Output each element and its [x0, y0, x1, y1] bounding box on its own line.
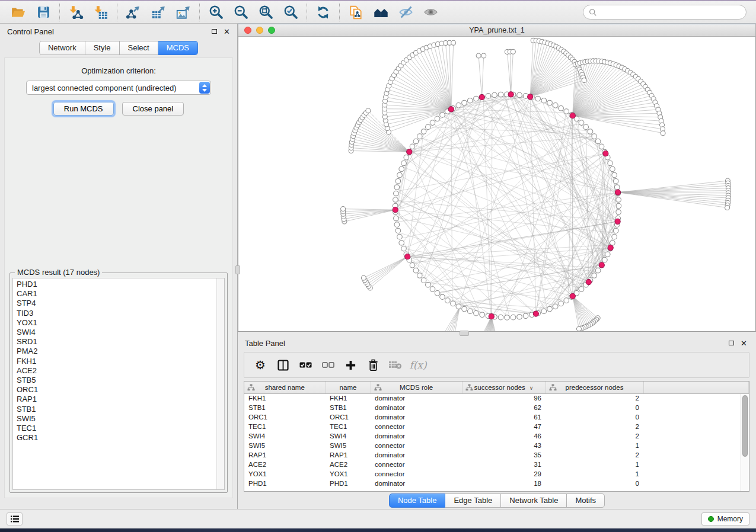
network-graph[interactable]	[238, 37, 755, 331]
mcds-result-item[interactable]: STB5	[17, 376, 224, 385]
mcds-result-item[interactable]: SWI5	[17, 414, 224, 424]
mcds-result-item[interactable]: FKH1	[17, 357, 224, 366]
show-column-button[interactable]	[272, 354, 294, 376]
import-table-icon	[93, 5, 109, 20]
table-row[interactable]: SWI5 SWI5 connector 43 1	[244, 441, 749, 450]
float-panel-icon[interactable]	[212, 29, 217, 34]
hide-selected-button[interactable]	[393, 3, 418, 22]
horizontal-splitter[interactable]	[238, 332, 756, 335]
search-box[interactable]	[583, 5, 747, 20]
tab-mcds[interactable]: MCDS	[158, 41, 198, 55]
mcds-panel-content: Optimization criterion: largest connecte…	[4, 57, 233, 498]
mcds-result-item[interactable]: ORC1	[17, 385, 224, 395]
mcds-result-item[interactable]: STB1	[17, 405, 224, 414]
network-window-titlebar[interactable]: YPA_prune.txt_1	[238, 24, 756, 37]
mcds-result-item[interactable]: GCR1	[17, 433, 224, 443]
close-table-panel-icon[interactable]: ✕	[741, 339, 747, 347]
mcds-result-item[interactable]: YOX1	[17, 318, 224, 328]
task-history-button[interactable]	[7, 512, 23, 525]
import-table-button[interactable]	[88, 3, 113, 22]
table-row[interactable]: FKH1 FKH1 dominator 96 2	[244, 393, 749, 403]
refresh-button[interactable]	[311, 3, 336, 22]
mcds-result-item[interactable]: TID3	[17, 309, 224, 318]
table-row[interactable]: YOX1 YOX1 connector 29 1	[244, 469, 749, 479]
table-row[interactable]: STB1 STB1 dominator 62 0	[244, 403, 749, 412]
network-column-icon	[247, 384, 255, 391]
table-row[interactable]: ACE2 ACE2 connector 31 1	[244, 460, 749, 469]
float-table-panel-icon[interactable]	[729, 341, 734, 345]
column-header-shared-name[interactable]: shared name	[244, 382, 326, 393]
open-file-button[interactable]	[6, 3, 31, 22]
tab-motifs[interactable]: Motifs	[567, 493, 605, 508]
import-network-icon	[68, 5, 84, 20]
mcds-result-item[interactable]: CAR1	[17, 289, 224, 299]
first-neighbors-button[interactable]	[368, 3, 393, 22]
tab-select[interactable]: Select	[120, 41, 158, 55]
column-header-successor-nodes[interactable]: successor nodes∨	[462, 382, 546, 393]
control-panel: Control Panel ✕ Network Style Select MCD…	[0, 24, 238, 509]
table-panel-header: Table Panel ✕	[238, 335, 756, 351]
export-table-button[interactable]	[146, 3, 171, 22]
network-column-icon	[374, 384, 382, 391]
mcds-result-item[interactable]: TEC1	[17, 424, 224, 433]
mcds-result-item[interactable]: SWI4	[17, 328, 224, 337]
tab-style[interactable]: Style	[85, 41, 120, 55]
deselect-all-button[interactable]	[317, 354, 339, 376]
mcds-result-item[interactable]: STP4	[17, 299, 224, 308]
select-all-button[interactable]	[294, 354, 317, 376]
column-header-predecessor-nodes[interactable]: predecessor nodes	[546, 382, 643, 393]
plus-icon	[345, 360, 356, 371]
mcds-list-scrollbar[interactable]	[216, 278, 224, 489]
tab-network-table[interactable]: Network Table	[501, 493, 567, 508]
table-panel: Table Panel ✕ ⚙	[238, 335, 756, 509]
add-column-button[interactable]	[339, 354, 362, 376]
search-input[interactable]	[601, 8, 741, 17]
mcds-result-item[interactable]: PMA2	[17, 347, 224, 356]
memory-button[interactable]: Memory	[701, 512, 749, 525]
control-panel-title: Control Panel	[7, 27, 54, 36]
table-row[interactable]: PHD1 PHD1 dominator 18 0	[244, 479, 749, 488]
import-network-button[interactable]	[63, 3, 88, 22]
vertical-splitter-handle[interactable]	[235, 265, 240, 274]
new-network-from-selection-button[interactable]	[343, 3, 368, 22]
horizontal-splitter-handle[interactable]	[460, 331, 469, 336]
zoom-in-button[interactable]	[203, 3, 228, 22]
table-row[interactable]: SWI4 SWI4 dominator 46 2	[244, 431, 749, 441]
tab-edge-table[interactable]: Edge Table	[445, 493, 501, 508]
delete-table-icon	[388, 360, 403, 370]
save-icon	[36, 5, 51, 20]
zoom-fit-button[interactable]	[253, 3, 278, 22]
zoom-out-button[interactable]	[228, 3, 253, 22]
table-row[interactable]: TEC1 TEC1 connector 47 2	[244, 422, 749, 431]
export-network-button[interactable]	[121, 3, 146, 22]
export-network-icon	[126, 5, 141, 20]
mcds-result-item[interactable]: SRD1	[17, 337, 224, 347]
fx-icon: f(x)	[409, 359, 426, 371]
mcds-result-item[interactable]: PHD1	[17, 280, 224, 289]
mcds-result-list[interactable]: PHD1CAR1STP4TID3YOX1SWI4SRD1PMA2FKH1ACE2…	[12, 278, 225, 490]
hide-eye-icon	[398, 4, 414, 20]
column-header-name[interactable]: name	[326, 382, 371, 393]
close-panel-button[interactable]: Close panel	[122, 102, 184, 116]
close-panel-icon[interactable]: ✕	[224, 28, 230, 36]
mcds-result-item[interactable]: ACE2	[17, 366, 224, 376]
mcds-result-item[interactable]: RAP1	[17, 395, 224, 404]
delete-column-button[interactable]	[362, 354, 384, 376]
tab-node-table[interactable]: Node Table	[389, 493, 446, 508]
export-image-button[interactable]	[171, 3, 196, 22]
run-mcds-button[interactable]: Run MCDS	[53, 102, 114, 116]
table-settings-button[interactable]: ⚙	[249, 354, 272, 376]
export-image-icon	[176, 5, 191, 20]
column-header-mcds-role[interactable]: MCDS role	[371, 382, 462, 393]
tab-network[interactable]: Network	[39, 41, 85, 55]
network-canvas[interactable]	[238, 37, 756, 332]
table-scrollbar[interactable]	[741, 394, 749, 491]
optimization-criterion-select[interactable]: largest connected component (undirected)	[26, 81, 211, 95]
zoom-selected-button[interactable]	[278, 3, 303, 22]
show-all-button[interactable]	[418, 3, 443, 22]
save-session-button[interactable]	[31, 3, 56, 22]
table-row[interactable]: ORC1 ORC1 dominator 61 0	[244, 412, 749, 422]
table-scrollbar-thumb[interactable]	[742, 395, 748, 457]
show-eye-icon	[423, 4, 439, 20]
table-row[interactable]: RAP1 RAP1 dominator 35 2	[244, 450, 749, 460]
